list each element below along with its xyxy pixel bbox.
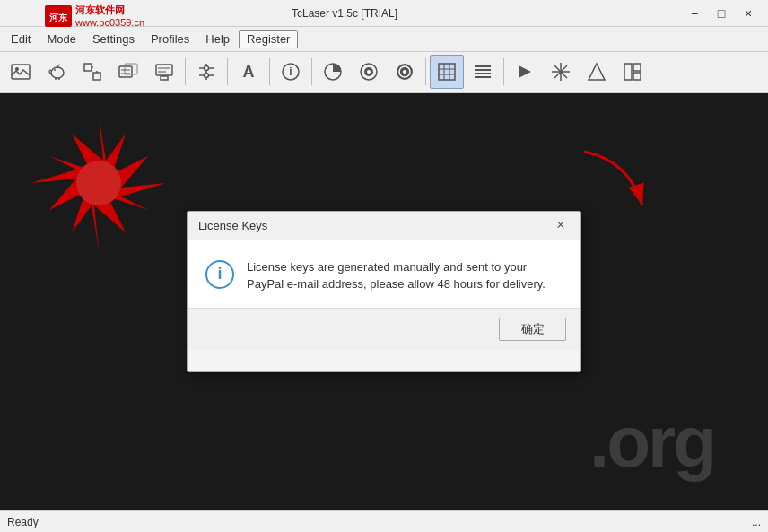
toolbar-separator-6: [503, 58, 504, 85]
multi-tool-button[interactable]: [111, 55, 145, 89]
triangle-tool-button[interactable]: [580, 55, 614, 89]
transform-tool-button[interactable]: [75, 55, 109, 89]
minimize-button[interactable]: −: [682, 4, 707, 23]
svg-rect-11: [161, 76, 168, 80]
pie-tool-button[interactable]: [316, 55, 350, 89]
adjust-tool-button[interactable]: [189, 55, 223, 89]
dialog-overlay: License Keys × i License keys are genera…: [0, 93, 768, 489]
menu-mode[interactable]: Mode: [39, 31, 83, 48]
info-tool-button[interactable]: i: [274, 55, 308, 89]
toolbar-separator-2: [227, 58, 228, 85]
dialog-title-bar: License Keys ×: [188, 212, 580, 240]
svg-rect-9: [125, 64, 137, 74]
effect1-tool-button[interactable]: [352, 55, 386, 89]
toolbar-separator-1: [185, 58, 186, 85]
info-icon: i: [205, 260, 234, 289]
toolbar-separator-4: [311, 58, 312, 85]
watermark: 河东 河东软件网 www.pc0359.cn: [45, 4, 144, 28]
main-canvas: .org License Keys × i License keys: [0, 93, 768, 510]
svg-text:i: i: [289, 65, 292, 78]
svg-rect-7: [93, 73, 100, 80]
dialog-message: License keys are generated manually and …: [247, 258, 563, 293]
dialog-close-button[interactable]: ×: [552, 216, 570, 234]
dialog-body: i License keys are generated manually an…: [188, 240, 580, 308]
status-text: Ready: [7, 516, 39, 528]
lines-tool-button[interactable]: [466, 55, 500, 89]
svg-point-3: [15, 67, 19, 71]
svg-text:河东: 河东: [49, 13, 68, 22]
svg-rect-8: [119, 66, 132, 77]
menu-profiles[interactable]: Profiles: [144, 31, 196, 48]
piggy-tool-button[interactable]: [39, 55, 74, 89]
svg-point-16: [205, 74, 209, 78]
watermark-site: 河东软件网: [75, 4, 144, 17]
svg-rect-40: [633, 64, 641, 71]
svg-point-15: [205, 66, 209, 71]
run-tool-button[interactable]: [508, 55, 542, 89]
grid-tool-button[interactable]: [430, 55, 464, 89]
toolbar: A i: [0, 52, 768, 93]
watermark-url: www.pc0359.cn: [75, 17, 144, 28]
dialog-ok-button[interactable]: 确定: [499, 318, 566, 341]
toolbar-separator-3: [269, 58, 270, 85]
watermark-logo-icon: 河东: [45, 5, 72, 27]
svg-point-5: [54, 69, 56, 71]
svg-point-25: [403, 70, 406, 74]
menu-register[interactable]: Register: [239, 30, 298, 48]
dialog-footer: 确定: [188, 308, 580, 350]
stamp-tool-button[interactable]: [147, 55, 181, 89]
close-button[interactable]: ×: [736, 4, 761, 23]
maximize-button[interactable]: □: [709, 4, 734, 23]
title-bar: 河东 河东软件网 www.pc0359.cn TcLaser v1.5c [TR…: [0, 0, 768, 27]
license-keys-dialog: License Keys × i License keys are genera…: [187, 211, 581, 372]
svg-point-4: [51, 67, 64, 78]
dialog-title: License Keys: [198, 219, 552, 232]
arrow-annotation-icon: [575, 143, 656, 223]
svg-point-22: [367, 70, 371, 74]
svg-rect-6: [84, 64, 92, 71]
status-dots: ...: [752, 516, 761, 528]
effect2-tool-button[interactable]: [388, 55, 422, 89]
svg-rect-10: [156, 65, 172, 75]
svg-rect-41: [633, 73, 641, 80]
svg-rect-39: [624, 64, 632, 80]
toolbar-separator-5: [425, 58, 426, 85]
menu-bar: Edit Mode Settings Profiles Help Registe…: [0, 27, 768, 52]
text-tool-button[interactable]: A: [231, 55, 266, 89]
panel-tool-button[interactable]: [615, 55, 650, 89]
menu-help[interactable]: Help: [198, 31, 237, 48]
window-controls: − □ ×: [682, 4, 761, 23]
status-bar: Ready ...: [0, 510, 768, 532]
menu-edit[interactable]: Edit: [4, 31, 38, 48]
svg-rect-26: [439, 64, 455, 80]
star-tool-button[interactable]: [544, 55, 578, 89]
menu-settings[interactable]: Settings: [85, 31, 142, 48]
image-tool-button[interactable]: [4, 55, 38, 89]
